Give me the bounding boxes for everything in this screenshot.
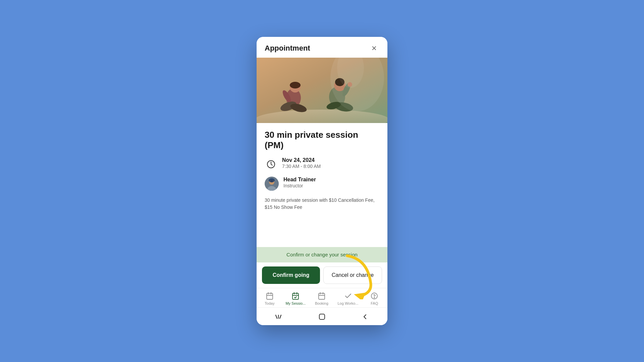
log-workout-icon xyxy=(344,292,353,300)
bottom-nav: Today My Sessio... xyxy=(257,288,387,307)
trainer-name: Head Trainer xyxy=(283,177,316,183)
session-description: 30 minute private session with $10 Cance… xyxy=(265,197,379,211)
yoga-illustration xyxy=(257,58,387,123)
nav-booking-label: Booking xyxy=(315,301,328,305)
svg-rect-42 xyxy=(319,314,325,319)
svg-point-38 xyxy=(374,297,375,298)
date-time-info: Nov 24, 2024 7:30 AM - 8:00 AM xyxy=(282,157,321,169)
nav-today-label: Today xyxy=(265,301,274,305)
svg-line-41 xyxy=(280,315,281,318)
trainer-info: Head Trainer Instructor xyxy=(283,177,316,188)
system-back-button[interactable] xyxy=(359,312,372,322)
svg-point-23 xyxy=(269,178,275,182)
nav-my-sessions-label: My Sessio... xyxy=(285,301,306,305)
booking-icon xyxy=(317,292,326,300)
nav-booking[interactable]: Booking xyxy=(312,292,332,305)
trainer-row: Head Trainer Instructor xyxy=(265,177,379,191)
trainer-role: Instructor xyxy=(283,183,316,188)
nav-log-workout[interactable]: Log Worko... xyxy=(337,292,358,305)
action-buttons: Confirm going Cancel or change xyxy=(257,262,387,288)
svg-line-39 xyxy=(276,315,277,318)
cancel-change-button[interactable]: Cancel or change xyxy=(323,266,382,284)
svg-rect-29 xyxy=(292,293,299,299)
modal-content: 30 min private session (PM) Nov 24, 2024… xyxy=(257,123,387,247)
nav-log-workout-label: Log Worko... xyxy=(337,301,358,305)
svg-point-5 xyxy=(290,82,301,88)
clock-icon xyxy=(265,158,277,171)
close-icon: ✕ xyxy=(371,44,377,52)
appointment-modal: Appointment ✕ xyxy=(257,37,387,325)
svg-rect-33 xyxy=(319,293,325,299)
date-time-row: Nov 24, 2024 7:30 AM - 8:00 AM xyxy=(265,157,379,171)
system-nav xyxy=(257,307,387,325)
nav-my-sessions[interactable]: My Sessio... xyxy=(285,292,306,305)
system-home-button[interactable] xyxy=(315,312,329,322)
system-menu-button[interactable] xyxy=(272,312,285,322)
confirm-banner: Confirm or change your session xyxy=(257,247,387,262)
hero-image xyxy=(257,58,387,123)
appointment-time: 7:30 AM - 8:00 AM xyxy=(282,164,321,169)
session-title: 30 min private session (PM) xyxy=(265,130,379,150)
modal-title: Appointment xyxy=(265,44,310,53)
nav-faq-label: FAQ xyxy=(371,301,378,305)
appointment-date: Nov 24, 2024 xyxy=(282,157,321,163)
svg-rect-25 xyxy=(267,293,273,299)
modal-header: Appointment ✕ xyxy=(257,37,387,58)
confirm-banner-text: Confirm or change your session xyxy=(286,252,358,257)
my-sessions-icon xyxy=(291,292,300,300)
nav-today[interactable]: Today xyxy=(260,292,280,305)
confirm-going-button[interactable]: Confirm going xyxy=(262,266,320,284)
trainer-avatar xyxy=(265,177,279,191)
faq-icon xyxy=(370,292,379,300)
today-icon xyxy=(265,292,274,300)
nav-faq[interactable]: FAQ xyxy=(364,292,384,305)
close-button[interactable]: ✕ xyxy=(369,43,379,54)
